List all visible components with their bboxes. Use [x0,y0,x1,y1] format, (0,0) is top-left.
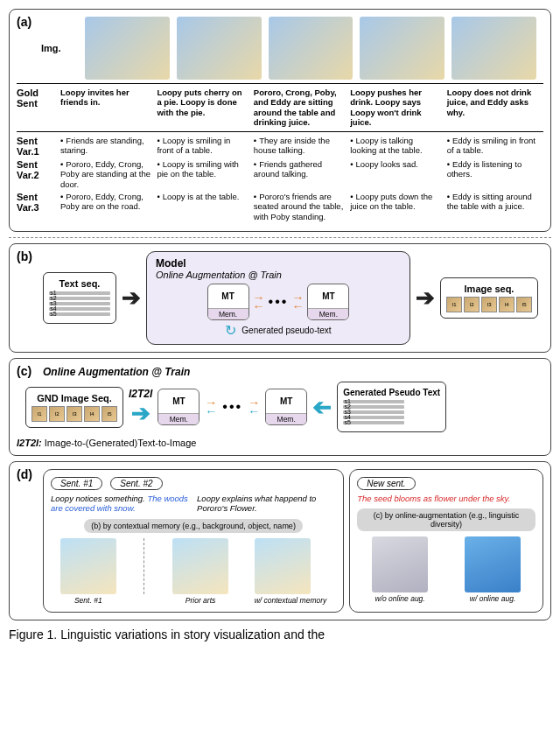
seq-img: I1 [32,406,47,422]
seq-img: I4 [84,406,100,422]
sent1-tab: Sent. #1 [51,477,102,490]
d-right-images: w/o online aug. w/ online aug. [357,536,536,603]
d-text-cols: Loopy notices something. The woods are c… [51,494,336,514]
d-img-wrap: w/ online aug. [465,536,521,603]
var2-2: Loopy is smiling with pie on the table. [157,159,253,179]
var2-3: Friends gathered around talking. [254,159,350,179]
var1-row: Sent Var.1 Friends are standing, staring… [17,136,543,157]
sent1-black: Loopy notices something. [51,494,147,503]
gold-5: Loopy does not drink juice, and Eddy ask… [447,88,543,117]
seq-img: I3 [481,297,497,312]
seq-img: I2 [49,406,65,422]
sent1-text: Loopy notices something. The woods are c… [51,494,190,514]
s-label: s5 [343,421,352,424]
seq-img: I4 [499,297,514,312]
story-image-4 [360,17,444,80]
var3-3: Pororo's friends are seated around the t… [254,192,350,221]
panel-a-image-row: Img. [17,17,543,80]
result-image [60,538,116,594]
sent2-text: Loopy explains what happend to Pororo's … [197,494,336,514]
rule [17,83,543,84]
mem-label: Mem. [266,413,306,424]
dashed-divider [9,237,551,238]
figure-caption: Figure 1. Linguistic variations in story… [9,627,551,641]
model-subtitle: Online Augmentation @ Train [156,270,401,280]
vertical-dash [144,538,144,594]
gnd-title: GND Image Seq. [32,393,117,403]
var1-5: Eddy is smiling in front of a table. [447,136,543,156]
d-img-wrap: w/ contextual memory [255,538,327,605]
figure-caption-text: Figure 1. Linguistic variations in story… [9,627,325,641]
mt-block: MT Mem. [307,284,349,320]
mem-label: Mem. [308,308,348,319]
rule [17,131,543,132]
i2t2i-label: I2T2I [129,388,152,400]
var1-2: Loopy is smiling in front of a table. [157,136,253,156]
panel-d-right: New sent. The seed blooms as flower unde… [349,469,543,613]
var2-4: Loopy looks sad. [350,159,446,169]
story-image-2 [177,17,262,80]
arrow-left-icon: ➔ [312,394,332,421]
mt-label: MT [308,284,348,308]
d-cap: w/o online aug. [372,594,428,603]
image-seq-title: Image seq. [446,284,532,294]
panel-d-label: (d) [17,467,32,481]
mt-row: MT Mem. →← ••• →← MT Mem. [156,284,401,320]
image-seq: I1 I2 I3 I4 I5 [32,406,117,422]
panel-d-inner: Sent. #1 Sent. #2 Loopy notices somethin… [17,469,543,613]
mem-label: Mem. [208,308,248,319]
newsent-text: The seed blooms as flower under the sky. [357,494,536,503]
text-seq-box: Text seq. s1 s2 s3 s4 s5 [43,272,116,324]
d-img-wrap: Sent. #1 [60,538,116,605]
pill-b: (b) by contextual memory (e.g., backgrou… [84,519,303,533]
mt-label: MT [158,389,199,413]
gold-4: Loopy pushes her drink. Loopy says Loopy… [350,88,446,128]
d-cap: w/ contextual memory [255,596,327,605]
story-image-5 [452,17,536,80]
panel-b-label: (b) [17,249,32,263]
mt-label: MT [208,284,248,308]
d-img-wrap: w/o online aug. [372,536,428,603]
panel-d-left: Sent. #1 Sent. #2 Loopy notices somethin… [43,469,344,613]
mt-block: MT Mem. [265,389,307,425]
sent2-tab: Sent. #2 [110,477,162,490]
mt-block: MT Mem. [207,284,249,320]
exchange-arrows-icon: →← [205,398,217,416]
panel-a: (a) Img. Gold Sent Loopy invites her fri… [9,9,551,232]
pseudo-text-box: Generated Pseudo Text s1 s2 s3 s4 s5 [337,382,446,432]
var3-5: Eddy is sitting around the table with a … [447,192,543,212]
image-seq-box: Image seq. I1 I2 I3 I4 I5 [440,277,538,319]
i2t2i-caption-bold: I2T2I: [17,438,42,448]
seq-img: I5 [102,406,117,422]
exchange-arrows-icon: →← [253,293,265,311]
result-image [172,538,228,594]
gold-2: Loopy puts cherry on a pie. Loopy is don… [157,88,253,117]
gold-row: Gold Sent Loopy invites her friends in. … [17,88,543,128]
seq-img: I1 [446,297,462,312]
arrow-right-icon: ➔ [129,400,152,427]
d-cap: w/ online aug. [465,594,521,603]
i2t2i-arrow-group: I2T2I ➔ [129,388,152,427]
newsent-tab: New sent. [357,477,415,490]
arrow-right-icon: ➔ [416,284,435,312]
dots-icon: ••• [222,399,242,415]
model-title: Model [156,257,401,270]
var1-label: Sent Var.1 [17,136,60,157]
var1-1: Friends are standing, staring. [60,136,157,156]
gold-1: Loopy invites her friends in. [60,88,157,108]
panel-c-flow: GND Image Seq. I1 I2 I3 I4 I5 I2T2I ➔ MT… [17,382,543,432]
exchange-arrows-icon: →← [248,398,260,416]
result-image [255,538,311,594]
var1-4: Loopy is talking looking at the table. [350,136,446,156]
var3-label: Sent Var.3 [17,192,60,213]
s-label: s5 [49,312,58,316]
gold-3: Pororo, Crong, Poby, and Eddy are sittin… [254,88,350,128]
var3-2: Loopy is at the table. [157,192,253,201]
exchange-arrows-icon: →← [291,293,304,311]
pseudo-title: Generated Pseudo Text [343,388,440,397]
mt-label: MT [266,389,306,413]
var3-row: Sent Var.3 Pororo, Eddy, Crong, Poby are… [17,192,543,221]
text-seq-lines: s1 s2 s3 s4 s5 [49,291,110,316]
panel-b-flow: Text seq. s1 s2 s3 s4 s5 ➔ Model Online … [17,251,543,345]
seq-img: I2 [464,297,480,312]
